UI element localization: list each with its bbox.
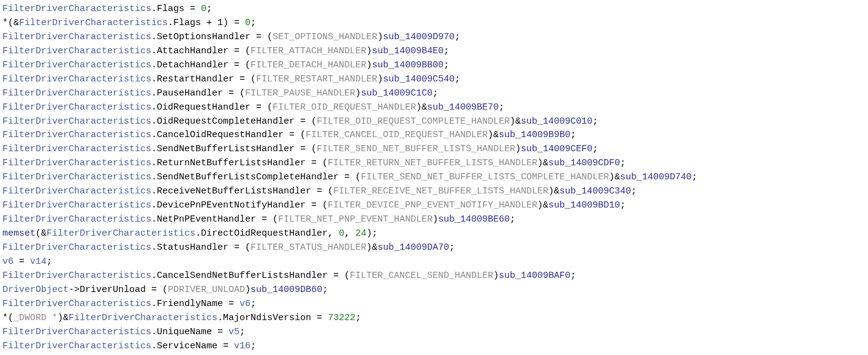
struct-ref: FilterDriverCharacteristics xyxy=(2,327,151,337)
function-ref: sub_14009CDF0 xyxy=(548,158,620,168)
struct-ref: FilterDriverCharacteristics xyxy=(2,32,151,42)
punct: ; xyxy=(251,18,256,28)
member: .OidRequestHandler = ( xyxy=(151,102,273,113)
punct: ; xyxy=(206,4,212,14)
member: .DirectOidRequestHandler, xyxy=(195,228,339,239)
function-ref: sub_14009C340 xyxy=(559,186,631,196)
function-ref: sub_14009BE60 xyxy=(438,214,510,225)
type-cast: FILTER_STATUS_HANDLER xyxy=(251,242,366,253)
type-cast: FILTER_PAUSE_HANDLER xyxy=(245,88,355,99)
type-cast: FILTER_ATTACH_HANDLER xyxy=(251,46,366,56)
member: .DevicePnPEventNotifyHandler = ( xyxy=(151,200,328,211)
punct: ) xyxy=(377,32,383,42)
local-var: v14 xyxy=(30,256,47,267)
struct-ref: FilterDriverCharacteristics xyxy=(2,214,151,225)
struct-ref: FilterDriverCharacteristics xyxy=(47,228,195,239)
punct: ) xyxy=(537,200,543,211)
type-cast: FILTER_OID_REQUEST_COMPLETE_HANDLER xyxy=(317,116,510,127)
member: .AttachHandler = ( xyxy=(151,46,251,56)
function-ref: sub_14009DA70 xyxy=(377,242,449,253)
function-ref: sub_14009BAF0 xyxy=(499,271,570,281)
address-of: & xyxy=(543,158,548,168)
type-cast: FILTER_DEVICE_PNP_EVENT_NOTIFY_HANDLER xyxy=(328,200,537,211)
numeric-literal: 24 xyxy=(355,228,366,239)
address-of: & xyxy=(372,242,377,253)
type-cast: FILTER_SEND_NET_BUFFER_LISTS_HANDLER xyxy=(317,144,515,154)
function-ref: sub_14009C1C0 xyxy=(361,88,432,99)
punct: ; xyxy=(692,172,697,182)
member: .ReceiveNetBufferListsHandler = ( xyxy=(151,186,333,196)
struct-ref: FilterDriverCharacteristics xyxy=(2,242,151,253)
type-cast: FILTER_RECEIVE_NET_BUFFER_LISTS_HANDLER xyxy=(333,186,548,196)
punct: ; xyxy=(592,144,598,154)
punct: ) xyxy=(432,214,438,225)
punct: ; xyxy=(443,46,449,56)
function-ref: sub_14009CEF0 xyxy=(521,144,592,154)
numeric-literal: 0 xyxy=(201,4,206,14)
punct: ) xyxy=(355,88,361,99)
punct: ; xyxy=(449,242,455,253)
punct: ; xyxy=(499,102,504,113)
function-ref: sub_14009BE70 xyxy=(427,102,499,113)
member: .FriendlyName = xyxy=(151,299,240,309)
punct: ; xyxy=(251,299,256,309)
member: .CancelOidRequestHandler = ( xyxy=(151,130,306,140)
member: .ServiceName = xyxy=(151,341,234,351)
punct: ) xyxy=(366,60,372,70)
local-var: v16 xyxy=(234,341,251,351)
punct: ) xyxy=(548,186,554,196)
struct-ref: FilterDriverCharacteristics xyxy=(2,60,151,70)
punct: ) xyxy=(609,172,614,182)
member: .SendNetBufferListsCompleteHandler = ( xyxy=(151,172,361,182)
struct-ref: FilterDriverCharacteristics xyxy=(2,341,151,351)
local-var: v5 xyxy=(228,327,240,337)
member: .SendNetBufferListsHandler = ( xyxy=(151,144,317,154)
type-cast: FILTER_SEND_NET_BUFFER_LISTS_COMPLETE_HA… xyxy=(361,172,609,182)
punct: ) xyxy=(510,116,515,127)
punct: ) xyxy=(377,74,383,84)
type-cast: FILTER_RESTART_HANDLER xyxy=(256,74,377,84)
address-of: & xyxy=(554,186,559,196)
type-cast: SET_OPTIONS_HANDLER xyxy=(273,32,377,42)
local-var: v6 xyxy=(240,299,251,309)
member: .MajorNdisVersion = xyxy=(217,313,328,323)
struct-ref: FilterDriverCharacteristics xyxy=(2,4,151,14)
punct: ) xyxy=(488,130,493,140)
member: .Flags + 1) = xyxy=(168,18,245,28)
type-cast: FILTER_CANCEL_OID_REQUEST_HANDLER xyxy=(306,130,488,140)
punct: ; xyxy=(620,158,625,168)
member: .CancelSendNetBufferListsHandler = ( xyxy=(151,271,350,281)
member: .RestartHandler = ( xyxy=(151,74,256,84)
function-ref: sub_14009B9B0 xyxy=(499,130,570,140)
member: .Flags = xyxy=(151,4,201,14)
address-of: & xyxy=(493,130,499,140)
punct: (& xyxy=(36,228,47,239)
punct: ) xyxy=(366,242,372,253)
type-cast: FILTER_NET_PNP_EVENT_HANDLER xyxy=(278,214,432,225)
member: .DetachHandler = ( xyxy=(151,60,251,70)
function-ref: sub_14009BD10 xyxy=(548,200,620,211)
struct-ref: FilterDriverCharacteristics xyxy=(2,102,151,113)
type-cast: FILTER_OID_REQUEST_HANDLER xyxy=(273,102,416,113)
member: .StatusHandler = ( xyxy=(151,242,251,253)
punct: ); xyxy=(366,228,377,239)
type-cast: PDRIVER_UNLOAD xyxy=(168,285,245,295)
operator: )& xyxy=(58,313,69,323)
function-ref: sub_14009B4E0 xyxy=(372,46,443,56)
punct: ; xyxy=(455,32,460,42)
numeric-literal: 0 xyxy=(245,18,251,28)
type-cast: _DWORD * xyxy=(13,313,58,323)
struct-ref: FilterDriverCharacteristics xyxy=(69,313,217,323)
member: .NetPnPEventHandler = ( xyxy=(151,214,278,225)
function-ref: sub_14009DB60 xyxy=(251,285,322,295)
local-var: v6 xyxy=(2,256,13,267)
driver-object: DriverObject xyxy=(2,285,69,295)
punct: , xyxy=(344,228,355,239)
punct: ; xyxy=(240,327,245,337)
function-ref: sub_14009D970 xyxy=(383,32,455,42)
punct: ; xyxy=(570,130,576,140)
struct-ref: FilterDriverCharacteristics xyxy=(2,88,151,99)
punct: ; xyxy=(47,256,52,267)
type-cast: FILTER_DETACH_HANDLER xyxy=(251,60,366,70)
address-of: & xyxy=(515,116,521,127)
